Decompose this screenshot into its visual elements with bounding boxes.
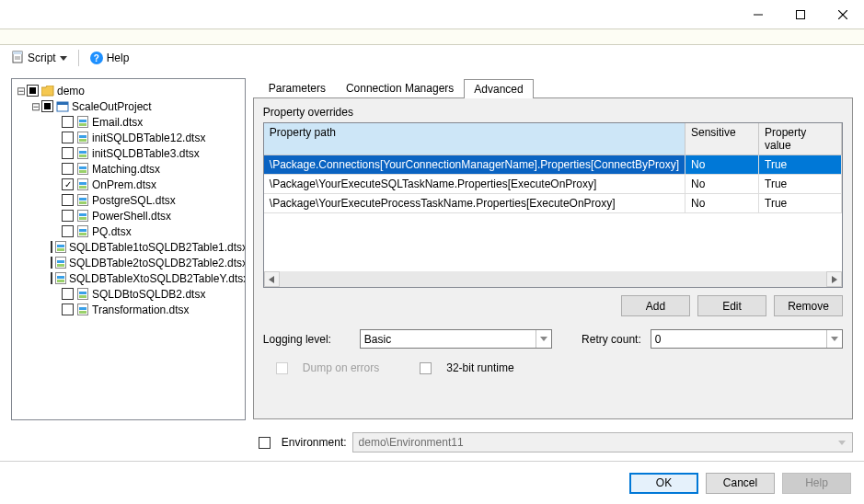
collapse-icon[interactable]: ⊟ — [30, 99, 41, 114]
tree-item[interactable]: Matching.dtsx — [12, 161, 245, 177]
svg-rect-32 — [79, 229, 86, 232]
checkbox[interactable] — [51, 272, 52, 284]
close-button[interactable] — [822, 1, 864, 29]
collapse-icon[interactable]: ⊟ — [16, 84, 27, 98]
svg-rect-38 — [57, 260, 64, 263]
checkbox[interactable] — [62, 132, 74, 143]
col-header-value[interactable]: Property value — [759, 123, 842, 155]
col-header-sensitive[interactable]: Sensitive — [685, 123, 759, 155]
tree-item[interactable]: Transformation.dtsx — [12, 302, 245, 317]
checkbox[interactable] — [62, 288, 74, 300]
tree-item[interactable]: PostgreSQL.dtsx — [12, 192, 245, 208]
cell-value: True — [759, 194, 842, 213]
project-icon — [56, 101, 69, 112]
tree-item[interactable]: initSQLDBTable12.dtsx — [12, 130, 245, 145]
tab-parameters[interactable]: Parameters — [259, 78, 336, 97]
tree-item-label: Transformation.dtsx — [92, 303, 190, 317]
checkbox[interactable] — [62, 178, 74, 190]
retry-count-select[interactable]: 0 — [651, 329, 843, 349]
32bit-runtime-checkbox[interactable] — [420, 362, 432, 374]
tree-item[interactable]: PowerShell.dtsx — [12, 208, 245, 223]
checkbox[interactable] — [62, 147, 74, 159]
edit-button[interactable]: Edit — [697, 295, 766, 316]
svg-rect-39 — [57, 264, 64, 267]
svg-marker-49 — [269, 276, 274, 283]
grid-row[interactable]: \Package\YourExecuteSQLTaskName.Properti… — [264, 175, 842, 194]
checkbox[interactable] — [41, 100, 53, 112]
titlebar — [0, 1, 864, 29]
checkbox[interactable] — [27, 85, 39, 97]
package-tree[interactable]: ⊟ demo ⊟ ScaleOutProject Email.dtsx — [11, 78, 246, 420]
help-button[interactable]: ? Help — [86, 50, 133, 66]
tree-item-label: PowerShell.dtsx — [92, 209, 171, 223]
tree-item-label: SQLDBTable2toSQLDB2Table2.dtsx — [69, 256, 246, 270]
chevron-down-icon — [834, 434, 850, 451]
package-icon — [76, 288, 89, 300]
horizontal-scrollbar[interactable] — [264, 271, 842, 287]
tab-label: Connection Managers — [346, 82, 454, 95]
tree-item[interactable]: OnPrem.dtsx — [12, 177, 245, 192]
svg-rect-36 — [57, 248, 64, 251]
scroll-track[interactable] — [280, 271, 826, 287]
tree-item[interactable]: initSQLDBTable3.dtsx — [12, 145, 245, 161]
tab-connection-managers[interactable]: Connection Managers — [336, 78, 464, 97]
maximize-button[interactable] — [779, 1, 822, 29]
cell-value: True — [759, 175, 842, 194]
package-icon — [55, 257, 66, 269]
tree-item[interactable]: SQLDBTable1toSQLDB2Table1.dtsx — [12, 239, 245, 255]
tree-item[interactable]: SQLDBTableXtoSQLDB2TableY.dtsx — [12, 270, 245, 286]
scroll-left-icon[interactable] — [264, 271, 280, 287]
checkbox[interactable] — [51, 241, 52, 253]
package-icon — [55, 241, 66, 253]
property-overrides-grid[interactable]: Property path Sensitive Property value \… — [263, 122, 843, 288]
package-icon — [76, 163, 89, 175]
retry-count-value: 0 — [655, 333, 662, 346]
svg-rect-27 — [79, 201, 86, 204]
add-button[interactable]: Add — [621, 295, 690, 316]
cell-sensitive: No — [685, 194, 759, 213]
svg-rect-48 — [79, 311, 86, 314]
checkbox[interactable] — [62, 116, 74, 128]
checkbox[interactable] — [62, 304, 74, 315]
grid-row[interactable]: \Package\YourExecuteProcessTaskName.Prop… — [264, 194, 842, 213]
checkbox[interactable] — [62, 225, 74, 237]
tree-item[interactable]: Email.dtsx — [12, 114, 245, 130]
environment-value: demo\Environment11 — [359, 436, 464, 449]
tree-item-label: PQ.dtsx — [92, 224, 132, 239]
col-header-path[interactable]: Property path — [264, 123, 685, 155]
svg-rect-33 — [79, 233, 86, 235]
tree-item-label: initSQLDBTable3.dtsx — [92, 146, 200, 161]
cancel-button[interactable]: Cancel — [706, 473, 775, 494]
tree-item-label: SQLDBTableXtoSQLDB2TableY.dtsx — [69, 271, 246, 286]
checkbox[interactable] — [51, 257, 52, 269]
package-icon — [55, 272, 66, 284]
minimize-button[interactable] — [737, 1, 779, 29]
tree-item[interactable]: SQLDBTable2toSQLDB2Table2.dtsx — [12, 255, 245, 270]
checkbox[interactable] — [62, 210, 74, 222]
svg-rect-29 — [79, 213, 86, 216]
checkbox[interactable] — [62, 194, 74, 206]
ok-button[interactable]: OK — [629, 473, 698, 494]
svg-rect-15 — [79, 139, 86, 142]
svg-rect-23 — [79, 182, 86, 185]
tree-item-label: Email.dtsx — [92, 115, 143, 130]
tree-item[interactable]: SQLDBtoSQLDB2.dtsx — [12, 286, 245, 302]
tree-project[interactable]: ⊟ ScaleOutProject — [12, 98, 245, 114]
help-button[interactable]: Help — [782, 473, 851, 494]
property-overrides-label: Property overrides — [263, 106, 843, 119]
checkbox[interactable] — [62, 163, 74, 175]
tree-item[interactable]: PQ.dtsx — [12, 223, 245, 239]
remove-button[interactable]: Remove — [774, 295, 843, 316]
tree-root[interactable]: ⊟ demo — [12, 83, 245, 98]
logging-level-select[interactable]: Basic — [360, 329, 552, 349]
svg-rect-5 — [13, 52, 22, 54]
button-label: OK — [656, 476, 672, 489]
script-dropdown[interactable]: Script — [7, 49, 71, 68]
environment-checkbox[interactable] — [259, 437, 271, 449]
svg-rect-12 — [79, 123, 86, 126]
svg-rect-30 — [79, 217, 86, 220]
scroll-right-icon[interactable] — [826, 271, 842, 287]
package-icon — [76, 304, 89, 315]
tab-advanced[interactable]: Advanced — [464, 79, 533, 98]
grid-row[interactable]: \Package.Connections[YourConnectionManag… — [264, 155, 842, 175]
